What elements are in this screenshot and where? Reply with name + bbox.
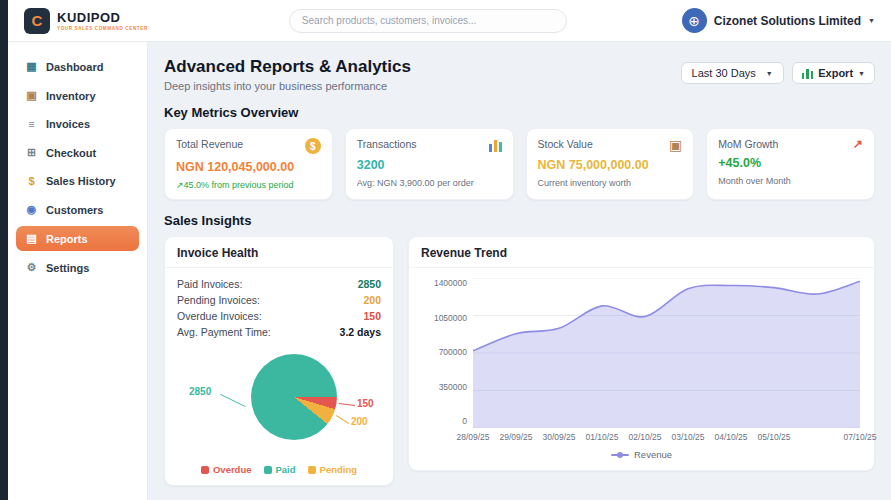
x-tick-label: 04/10/25: [714, 432, 747, 442]
metric-subtext: ↗45.0% from previous period: [176, 180, 321, 190]
main-content: Advanced Reports & Analytics Deep insigh…: [148, 42, 891, 500]
pie-leader-line: [220, 394, 246, 407]
revenue-x-axis: 28/09/2529/09/2530/09/2501/10/2502/10/25…: [473, 432, 860, 444]
sidebar-item-label: Settings: [46, 262, 89, 274]
row-value: 200: [363, 294, 381, 306]
sidebar-item-reports[interactable]: ▤ Reports: [16, 226, 139, 251]
y-tick-label: 350000: [439, 382, 467, 392]
page-title: Advanced Reports & Analytics: [164, 57, 411, 77]
money-bag-icon: $: [305, 138, 321, 154]
legend-item-paid: Paid: [264, 464, 296, 475]
legend-item-pending: Pending: [308, 464, 357, 475]
export-chart-icon: [802, 67, 814, 79]
x-tick-label: 29/09/25: [499, 432, 532, 442]
date-range-value: Last 30 Days: [692, 67, 756, 79]
date-range-select[interactable]: Last 30 Days ▼: [681, 62, 784, 84]
bar-chart-icon: [489, 138, 502, 152]
x-tick-label: 02/10/25: [628, 432, 661, 442]
key-metrics-heading: Key Metrics Overview: [164, 105, 875, 120]
metric-value: 3200: [357, 158, 502, 172]
x-tick-label: 05/10/25: [757, 432, 790, 442]
page-subtitle: Deep insights into your business perform…: [164, 80, 411, 92]
pie-leader-line: [339, 403, 355, 406]
metric-value: NGN 120,045,000.00: [176, 160, 321, 174]
logo-text: KUDIPOD: [57, 11, 148, 24]
row-label: Overdue Invoices:: [177, 310, 262, 322]
metric-label: Total Revenue: [176, 138, 243, 150]
sidebar-item-label: Invoices: [46, 118, 90, 130]
pie-label-pending: 200: [351, 416, 368, 427]
gear-icon: ⚙: [25, 261, 38, 274]
money-bag-icon: $: [25, 175, 38, 187]
app-logo[interactable]: C KUDIPOD YOUR SALES COMMAND CENTER: [24, 8, 174, 34]
window-edge: [0, 0, 8, 500]
account-avatar: ⊕: [682, 8, 707, 33]
search-input[interactable]: [289, 9, 567, 33]
sidebar-item-label: Checkout: [46, 147, 96, 159]
sidebar-item-settings[interactable]: ⚙ Settings: [16, 255, 139, 280]
logo-icon: C: [24, 8, 50, 34]
sidebar-item-label: Inventory: [46, 90, 96, 102]
metric-card-total-revenue: Total Revenue $ NGN 120,045,000.00 ↗45.0…: [164, 128, 333, 200]
pie-label-paid: 2850: [189, 386, 211, 397]
x-tick-label: 01/10/25: [585, 432, 618, 442]
sales-insights-heading: Sales Insights: [164, 213, 875, 228]
chevron-down-icon: ▼: [858, 70, 865, 77]
calculator-icon: ⊞: [25, 146, 38, 159]
metric-card-transactions: Transactions 3200 Avg: NGN 3,900.00 per …: [345, 128, 514, 200]
sidebar-item-label: Reports: [46, 233, 88, 245]
legend-item-overdue: Overdue: [201, 464, 252, 475]
invoice-health-pie: [251, 354, 337, 440]
pie-label-overdue: 150: [357, 398, 374, 409]
report-chart-icon: ▤: [25, 232, 38, 245]
legend-swatch: [308, 466, 316, 474]
revenue-plot: [473, 278, 860, 428]
metric-label: MoM Growth: [718, 138, 778, 150]
trend-line-icon: ↗: [853, 138, 863, 150]
y-tick-label: 1050000: [434, 313, 467, 323]
metric-card-stock-value: Stock Value ▣ NGN 75,000,000.00 Current …: [526, 128, 695, 200]
revenue-trend-svg: [473, 278, 860, 428]
box-icon: ▣: [669, 138, 682, 152]
export-label: Export: [818, 67, 853, 79]
chevron-down-icon: ▼: [766, 70, 773, 77]
metric-subtext: Current inventory worth: [538, 178, 683, 188]
row-value: 150: [363, 310, 381, 322]
invoice-health-row: Overdue Invoices: 150: [177, 308, 381, 324]
x-tick-label: 30/09/25: [542, 432, 575, 442]
sidebar: ▦ Dashboard ▣ Inventory ≡ Invoices ⊞ Che…: [8, 42, 148, 500]
sidebar-item-checkout[interactable]: ⊞ Checkout: [16, 140, 139, 165]
sidebar-item-invoices[interactable]: ≡ Invoices: [16, 112, 139, 136]
metric-value: +45.0%: [718, 156, 863, 170]
invoice-health-title: Invoice Health: [165, 237, 393, 268]
pie-leader-line: [336, 415, 349, 424]
invoice-health-pie-area: 2850 150 200: [177, 346, 381, 460]
row-label: Paid Invoices:: [177, 278, 242, 290]
sidebar-item-dashboard[interactable]: ▦ Dashboard: [16, 54, 139, 79]
sidebar-item-inventory[interactable]: ▣ Inventory: [16, 83, 139, 108]
metric-subtext: Month over Month: [718, 176, 863, 186]
metric-cards: Total Revenue $ NGN 120,045,000.00 ↗45.0…: [164, 128, 875, 200]
account-menu[interactable]: ⊕ Cizonet Solutions Limited ▼: [682, 8, 875, 33]
top-bar: C KUDIPOD YOUR SALES COMMAND CENTER ⊕ Ci…: [8, 0, 891, 42]
y-tick-label: 1400000: [434, 278, 467, 288]
invoice-health-row: Pending Invoices: 200: [177, 292, 381, 308]
export-button[interactable]: Export ▼: [792, 62, 875, 84]
y-tick-label: 700000: [439, 347, 467, 357]
sidebar-item-label: Sales History: [46, 175, 116, 187]
invoice-lines-icon: ≡: [25, 118, 38, 130]
sidebar-item-sales-history[interactable]: $ Sales History: [16, 169, 139, 193]
invoice-health-panel: Invoice Health Paid Invoices: 2850 Pendi…: [164, 236, 394, 486]
metric-value: NGN 75,000,000.00: [538, 158, 683, 172]
people-icon: ◉: [25, 203, 38, 216]
sidebar-item-label: Customers: [46, 204, 103, 216]
account-name: Cizonet Solutions Limited: [714, 14, 861, 28]
sidebar-item-label: Dashboard: [46, 61, 103, 73]
sidebar-item-customers[interactable]: ◉ Customers: [16, 197, 139, 222]
x-tick-label: 03/10/25: [671, 432, 704, 442]
invoice-health-row: Avg. Payment Time: 3.2 days: [177, 324, 381, 340]
legend-swatch: [201, 466, 209, 474]
invoice-health-row: Paid Invoices: 2850: [177, 276, 381, 292]
legend-label: Paid: [276, 464, 296, 475]
metric-subtext: Avg: NGN 3,900.00 per order: [357, 178, 502, 188]
